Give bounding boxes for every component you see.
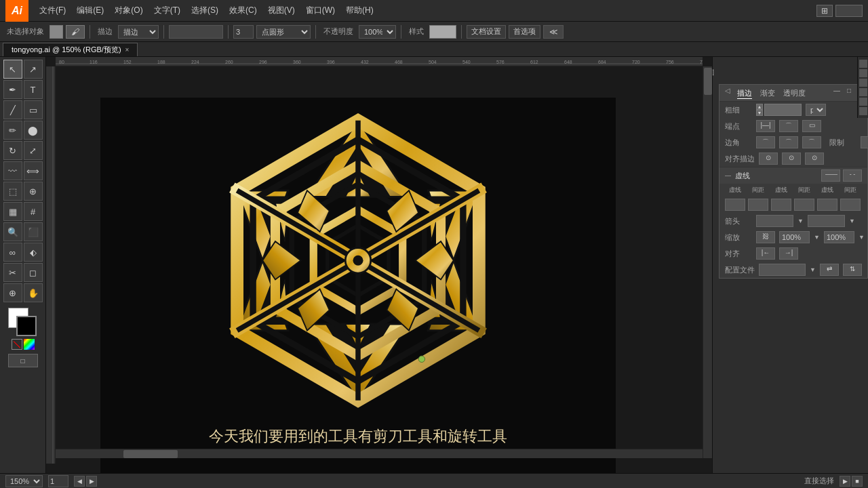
join-bevel-btn[interactable]: ⌒ xyxy=(802,136,821,148)
fill-swatch[interactable] xyxy=(50,25,63,39)
stroke-weight-input[interactable] xyxy=(233,25,254,39)
page-number-input[interactable] xyxy=(48,475,68,487)
profile-dropdown[interactable]: ▼ xyxy=(810,266,816,273)
drawing-mode-btn[interactable]: □ xyxy=(8,354,38,367)
dash-option-2[interactable]: - - xyxy=(843,169,862,182)
arrow-start-dropdown[interactable]: ▼ xyxy=(797,218,804,224)
weight-down[interactable]: ▼ xyxy=(756,110,763,116)
join-round-btn[interactable]: ⌒ xyxy=(779,136,798,148)
scale-end-dropdown[interactable]: ▼ xyxy=(859,234,865,241)
paintbrush-tool[interactable]: ✏ xyxy=(3,121,22,140)
doc-settings-btn[interactable]: 文档设置 xyxy=(467,25,506,39)
opacity-select[interactable]: 100% xyxy=(359,25,396,39)
mini-icon-1[interactable] xyxy=(859,60,867,68)
mini-icon-2[interactable] xyxy=(859,69,867,77)
menu-effects[interactable]: 效果(C) xyxy=(224,2,262,19)
rect-tool[interactable]: ▭ xyxy=(24,100,43,119)
prev-page-btn[interactable]: ◀ xyxy=(74,476,85,487)
dashes-collapse-icon[interactable]: — xyxy=(725,172,731,179)
menu-file[interactable]: 文件(F) xyxy=(34,2,71,19)
menu-view[interactable]: 视图(V) xyxy=(262,2,300,19)
prefs-btn[interactable]: 首选项 xyxy=(509,25,540,39)
extra-btn[interactable]: ≪ xyxy=(543,25,564,39)
rotate-tool[interactable]: ↻ xyxy=(3,141,22,160)
document-tab[interactable]: tongyong.ai @ 150% (RGB/预览) × xyxy=(3,43,138,56)
scale-end-input[interactable] xyxy=(824,231,854,243)
panel-expand-btn[interactable]: □ xyxy=(847,87,851,94)
mini-icon-6[interactable] xyxy=(859,107,867,115)
mini-icon-5[interactable] xyxy=(859,98,867,106)
scrollbar-right[interactable] xyxy=(703,66,712,458)
direct-select-tool[interactable]: ↗ xyxy=(24,60,43,79)
profile-extra-btn[interactable]: ⇅ xyxy=(843,264,862,276)
stop-btn[interactable]: ■ xyxy=(852,476,863,487)
paint-bucket-tool[interactable]: ⬛ xyxy=(24,222,43,241)
stroke-color-swatch[interactable] xyxy=(16,316,37,336)
none-swatch[interactable] xyxy=(12,339,22,350)
weight-unit-select[interactable]: pt xyxy=(806,104,826,116)
weight-up[interactable]: ▲ xyxy=(756,104,763,110)
stroke-color-bar[interactable] xyxy=(169,25,223,39)
line-tool[interactable]: ╱ xyxy=(3,100,22,119)
workspace-dropdown[interactable] xyxy=(835,5,863,17)
arrow-end-input[interactable] xyxy=(808,215,845,227)
gap-input-1[interactable] xyxy=(748,199,768,211)
scrollbar-bottom-thumb[interactable] xyxy=(123,450,178,458)
panel-nav-btn[interactable]: ◁ xyxy=(725,87,730,94)
cap-butt-btn[interactable]: |—| xyxy=(756,120,775,132)
mesh-tool[interactable]: # xyxy=(24,202,43,221)
shape-builder-tool[interactable]: ⊕ xyxy=(24,182,43,201)
mini-icon-4[interactable] xyxy=(859,88,867,96)
hand-tool[interactable]: ✋ xyxy=(24,283,43,302)
scissors-tool[interactable]: ✂ xyxy=(3,263,22,282)
free-transform-tool[interactable]: ⬚ xyxy=(3,182,22,201)
align-arrow-btn-1[interactable]: |← xyxy=(756,247,775,260)
stroke-select[interactable]: 描边 xyxy=(118,25,159,39)
tab-gradient[interactable]: 渐变 xyxy=(760,88,775,99)
eyedropper-tool[interactable]: 🔍 xyxy=(3,222,22,241)
scale-tool[interactable]: ⤢ xyxy=(24,141,43,160)
dash-input-2[interactable] xyxy=(771,199,791,211)
brush-tool-icon[interactable]: 🖌 xyxy=(66,25,85,39)
color-gradient-btn[interactable] xyxy=(24,339,35,350)
mini-icon-3[interactable] xyxy=(859,79,867,87)
zoom-select[interactable]: 150% xyxy=(5,475,43,487)
profile-select[interactable] xyxy=(759,264,806,276)
dash-input-3[interactable] xyxy=(817,199,837,211)
gap-input-3[interactable] xyxy=(840,199,861,211)
menu-edit[interactable]: 编辑(E) xyxy=(71,2,109,19)
align-center-btn[interactable]: ⊙ xyxy=(759,152,778,165)
scrollbar-bottom[interactable] xyxy=(56,449,703,458)
cap-round-btn[interactable]: ⌒ xyxy=(779,120,798,132)
menu-window[interactable]: 窗口(W) xyxy=(300,2,340,19)
arrow-start-input[interactable] xyxy=(756,215,793,227)
align-outside-btn[interactable]: ⊙ xyxy=(805,152,824,165)
workspace-icon[interactable]: ⊞ xyxy=(816,5,833,17)
style-swatch[interactable] xyxy=(429,25,456,39)
align-arrow-btn-2[interactable]: →| xyxy=(779,247,798,260)
width-tool[interactable]: ⟺ xyxy=(24,161,43,180)
warp-tool[interactable]: 〰 xyxy=(3,161,22,180)
scale-link-icon[interactable]: ⛓ xyxy=(756,231,775,243)
next-page-btn[interactable]: ▶ xyxy=(86,476,97,487)
align-inside-btn[interactable]: ⊙ xyxy=(782,152,801,165)
dash-option-1[interactable]: —— xyxy=(821,169,840,182)
stroke-shape-select[interactable]: 点圆形 xyxy=(256,25,311,39)
tab-close-btn[interactable]: × xyxy=(125,46,130,54)
select-tool[interactable]: ↖ xyxy=(3,60,22,79)
panel-collapse-btn[interactable]: ◁ xyxy=(712,58,713,85)
blob-brush-tool[interactable]: ⬤ xyxy=(24,121,43,140)
weight-value[interactable] xyxy=(764,104,802,116)
scale-start-input[interactable] xyxy=(779,231,810,243)
scrollbar-right-thumb[interactable] xyxy=(704,68,712,95)
menu-help[interactable]: 帮助(H) xyxy=(340,2,379,19)
menu-select[interactable]: 选择(S) xyxy=(186,2,224,19)
play-btn[interactable]: ▶ xyxy=(840,476,850,487)
join-miter-btn[interactable]: ⌒ xyxy=(756,136,775,148)
profile-flip-btn[interactable]: ⇄ xyxy=(820,264,839,276)
panel-minimize-btn[interactable]: — xyxy=(833,87,840,94)
scale-start-dropdown[interactable]: ▼ xyxy=(814,234,820,241)
weight-spinner[interactable]: ▲ ▼ xyxy=(756,104,802,116)
menu-text[interactable]: 文字(T) xyxy=(149,2,186,19)
dash-input-1[interactable] xyxy=(725,199,745,211)
